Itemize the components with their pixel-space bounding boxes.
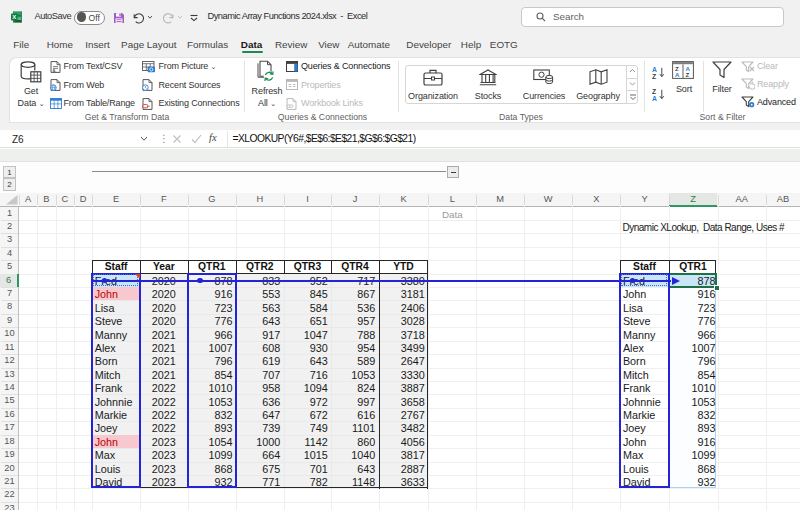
svg-text:Z: Z [652, 73, 656, 79]
svg-text:A: A [652, 95, 657, 101]
svg-text:Z: Z [685, 71, 689, 78]
svg-text:A: A [675, 71, 680, 78]
svg-text:X: X [12, 14, 16, 20]
svg-text:a,: a, [52, 68, 56, 73]
